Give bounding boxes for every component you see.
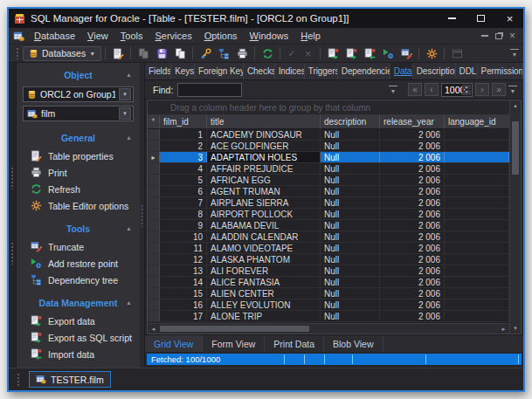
- print-button[interactable]: [233, 45, 251, 61]
- cell-description[interactable]: Null: [321, 175, 380, 185]
- cell-release-year[interactable]: 2 006: [380, 311, 445, 321]
- collapse-icon[interactable]: ▲: [126, 72, 132, 78]
- cell-title[interactable]: AFFAIR PREJUDICE: [207, 163, 321, 174]
- cell-title[interactable]: ALICE FANTASIA: [207, 277, 321, 287]
- commit-button[interactable]: ✓: [284, 48, 300, 59]
- sidebar-item-refresh[interactable]: Refresh: [21, 182, 135, 196]
- tab[interactable]: Keys: [171, 63, 195, 79]
- table-row[interactable]: ▸ 3 ADAPTATION HOLES Null 2 006: [148, 152, 509, 163]
- prev-record-button[interactable]: ‹: [425, 83, 439, 96]
- cell-release-year[interactable]: 2 006: [380, 175, 445, 185]
- cell-description[interactable]: Null: [321, 311, 380, 321]
- menu-item[interactable]: Help: [294, 29, 327, 43]
- edit-object-button[interactable]: [109, 45, 127, 61]
- cell-release-year[interactable]: 2 006: [380, 265, 445, 276]
- column-header-title[interactable]: title: [207, 115, 321, 128]
- collapse-icon[interactable]: ▲: [126, 225, 132, 231]
- tab[interactable]: DDL: [456, 63, 478, 79]
- mdi-restore-button[interactable]: [495, 33, 502, 39]
- cell-description[interactable]: Null: [321, 265, 380, 276]
- cell-description[interactable]: Null: [321, 197, 380, 208]
- cell-language-id[interactable]: [445, 129, 509, 140]
- sidebar-item-truncate[interactable]: Truncate: [21, 239, 135, 254]
- tab[interactable]: Indices: [275, 63, 305, 79]
- overflow-icon[interactable]: ▼: [508, 86, 517, 94]
- tab[interactable]: Dependencies: [338, 63, 390, 79]
- cell-title[interactable]: ALASKA PHANTOM: [207, 254, 321, 265]
- table-row[interactable]: 11 ALAMO VIDEOTAPE Null 2 006: [148, 243, 509, 254]
- cell-film-id[interactable]: 1: [160, 129, 207, 140]
- save-button[interactable]: [153, 45, 170, 61]
- view-tab[interactable]: Grid View: [145, 335, 203, 352]
- cell-release-year[interactable]: 2 006: [380, 186, 445, 196]
- table-row[interactable]: 13 ALI FOREVER Null 2 006: [148, 265, 509, 277]
- table-row[interactable]: 7 AIRPLANE SIERRA Null 2 006: [148, 197, 509, 209]
- scroll-right-icon[interactable]: ►: [498, 327, 509, 332]
- tab[interactable]: Description: [413, 63, 456, 79]
- cell-release-year[interactable]: 2 006: [380, 288, 445, 299]
- cell-release-year[interactable]: 2 006: [380, 231, 445, 242]
- export-data-button[interactable]: [324, 45, 342, 61]
- cell-release-year[interactable]: 2 006: [380, 299, 445, 310]
- cell-title[interactable]: ACE GOLDFINGER: [207, 141, 321, 151]
- cell-language-id[interactable]: [445, 231, 509, 242]
- cell-film-id[interactable]: 8: [160, 209, 207, 219]
- sidebar-item-import-data[interactable]: Import data: [21, 347, 135, 361]
- sidebar-item-export-data[interactable]: Export data: [21, 313, 135, 328]
- dock-grip[interactable]: [10, 167, 14, 189]
- spin-down-icon[interactable]: ▼: [462, 90, 471, 95]
- cell-description[interactable]: Null: [321, 243, 380, 253]
- column-header-description[interactable]: description: [321, 115, 380, 128]
- refresh-button[interactable]: [259, 45, 276, 61]
- cell-description[interactable]: Null: [321, 186, 380, 196]
- sidebar-item-add-restore-point[interactable]: Add restore point: [21, 256, 135, 271]
- cell-title[interactable]: ALABAMA DEVIL: [207, 220, 321, 230]
- table-row[interactable]: 1 ACADEMY DINOSAUR Null 2 006: [148, 129, 509, 141]
- fetch-count-spinner[interactable]: 1000 ▲ ▼: [441, 83, 473, 97]
- menu-item[interactable]: Tools: [114, 29, 149, 43]
- cell-release-year[interactable]: 2 006: [380, 141, 445, 151]
- tab[interactable]: Data: [390, 63, 413, 79]
- cell-description[interactable]: Null: [321, 163, 380, 174]
- first-record-button[interactable]: «: [408, 83, 422, 96]
- scrollbar-track[interactable]: [159, 324, 498, 334]
- toolbar-overflow-icon[interactable]: ▼: [510, 49, 519, 58]
- chevron-down-icon[interactable]: ▼: [119, 88, 131, 100]
- databases-dropdown[interactable]: Databases ▼: [23, 46, 101, 61]
- menu-item[interactable]: Windows: [244, 29, 295, 43]
- cell-language-id[interactable]: [445, 209, 509, 219]
- database-select[interactable]: ORCL2 on Group1 ▼: [23, 86, 134, 102]
- scroll-down-icon[interactable]: ▼: [510, 323, 521, 334]
- cell-film-id[interactable]: 11: [160, 243, 207, 253]
- table-row[interactable]: 10 ALADDIN CALENDAR Null 2 006: [148, 231, 509, 243]
- cell-film-id[interactable]: 17: [160, 311, 207, 321]
- tab[interactable]: Checks: [244, 63, 275, 79]
- dock-grip[interactable]: [10, 242, 14, 265]
- scrollbar-track[interactable]: [510, 111, 521, 323]
- overflow-icon[interactable]: ▼: [389, 86, 397, 94]
- cell-language-id[interactable]: [445, 265, 509, 276]
- cell-release-year[interactable]: 2 006: [380, 163, 445, 174]
- cell-language-id[interactable]: [445, 197, 509, 208]
- sidebar-item-export-sql-script[interactable]: Export as SQL script: [21, 330, 135, 345]
- cell-language-id[interactable]: [445, 175, 509, 185]
- cell-title[interactable]: AFRICAN EGG: [207, 175, 321, 185]
- cell-description[interactable]: Null: [321, 231, 380, 242]
- column-header-language-id[interactable]: language_id: [445, 115, 509, 128]
- menu-item[interactable]: View: [81, 29, 114, 43]
- cell-film-id[interactable]: 7: [160, 197, 207, 208]
- sidebar-item-print[interactable]: Print: [21, 165, 135, 180]
- cell-title[interactable]: ALONE TRIP: [207, 311, 321, 321]
- menu-item[interactable]: Options: [198, 29, 244, 43]
- restore-button[interactable]: [135, 45, 152, 61]
- table-row[interactable]: 15 ALIEN CENTER Null 2 006: [148, 288, 509, 299]
- sidebar-item-table-editor-options[interactable]: Table Editor options: [21, 198, 135, 213]
- cell-film-id[interactable]: 16: [160, 299, 207, 310]
- cell-title[interactable]: ACADEMY DINOSAUR: [207, 129, 321, 140]
- cell-language-id[interactable]: [445, 254, 509, 265]
- import-data-button[interactable]: [361, 45, 378, 61]
- cell-release-year[interactable]: 2 006: [380, 129, 445, 140]
- cell-description[interactable]: Null: [321, 129, 380, 140]
- mdi-close-button[interactable]: ×: [509, 31, 515, 41]
- cell-film-id[interactable]: 10: [160, 231, 207, 242]
